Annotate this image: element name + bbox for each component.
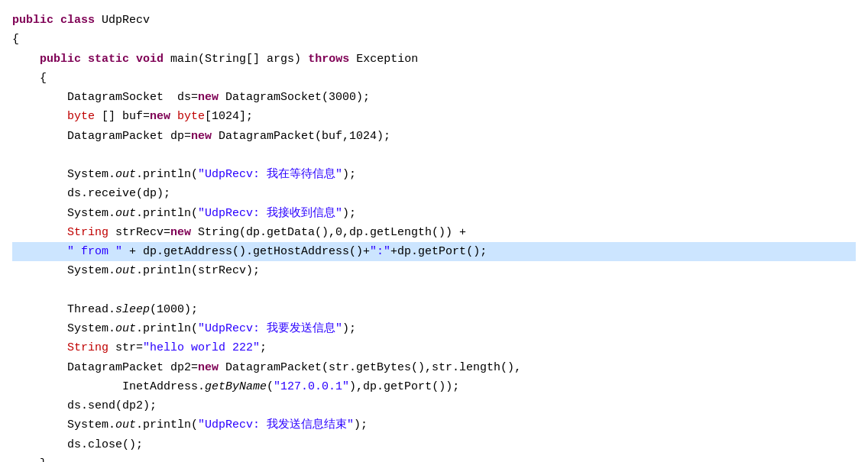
code-line-7: DatagramPacket dp=new DatagramPacket(buf… (12, 127, 856, 146)
code-line-4: { (12, 69, 856, 88)
code-line-11: System.out.println("UdpRecv: 我接收到信息"); (12, 204, 856, 223)
code-line-2: { (12, 30, 856, 49)
code-line-15 (12, 281, 856, 300)
code-line-20: InetAddress.getByName("127.0.0.1"),dp.ge… (12, 377, 856, 396)
code-line-19: DatagramPacket dp2=new DatagramPacket(st… (12, 358, 856, 377)
code-block: public class UdpRecv { public static voi… (0, 8, 868, 462)
code-line-3: public static void main(String[] args) t… (12, 50, 856, 69)
code-line-13: " from " + dp.getAddress().getHostAddres… (12, 242, 856, 261)
code-line-14: System.out.println(strRecv); (12, 261, 856, 280)
code-line-12: String strRecv=new String(dp.getData(),0… (12, 223, 856, 242)
code-line-10: ds.receive(dp); (12, 184, 856, 203)
code-line-18: String str="hello world 222"; (12, 338, 856, 357)
code-line-21: ds.send(dp2); (12, 396, 856, 415)
code-line-6: byte [] buf=new byte[1024]; (12, 107, 856, 126)
code-line-16: Thread.sleep(1000); (12, 300, 856, 319)
code-line-22: System.out.println("UdpRecv: 我发送信息结束"); (12, 415, 856, 435)
code-line-24: } (12, 454, 856, 462)
code-line-23: ds.close(); (12, 435, 856, 454)
code-line-5: DatagramSocket ds=new DatagramSocket(300… (12, 88, 856, 107)
code-line-9: System.out.println("UdpRecv: 我在等待信息"); (12, 165, 856, 184)
code-container: public class UdpRecv { public static voi… (0, 0, 868, 462)
code-line-8 (12, 146, 856, 165)
code-line-17: System.out.println("UdpRecv: 我要发送信息"); (12, 319, 856, 338)
code-line-1: public class UdpRecv (12, 11, 856, 30)
